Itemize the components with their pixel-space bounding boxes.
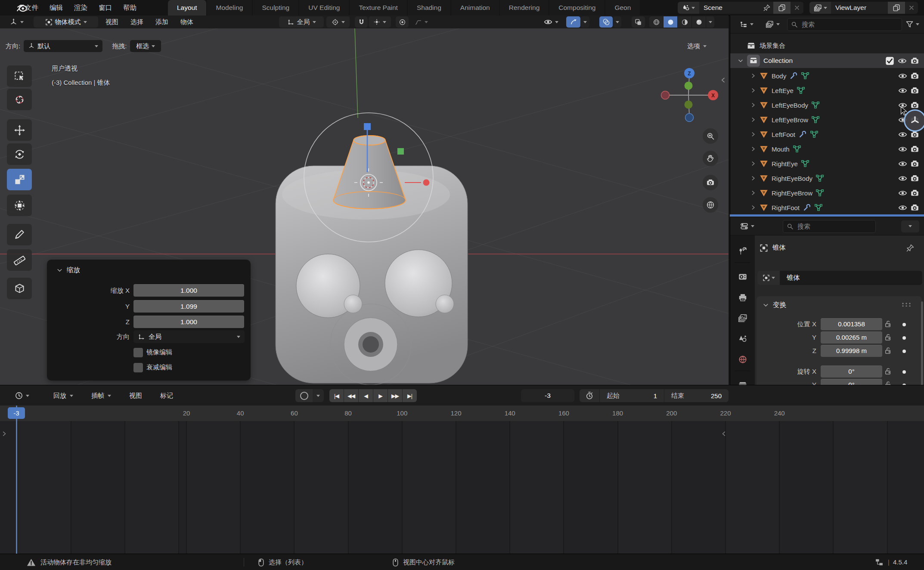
gizmo-z-handle[interactable] <box>364 123 371 130</box>
shading-solid-button[interactable] <box>664 16 677 28</box>
region-collapse-arrow-icon[interactable] <box>721 431 727 437</box>
viewport-menu-item[interactable]: 视图 <box>105 18 118 26</box>
chevron-right-icon[interactable] <box>750 161 756 167</box>
gizmo-dropdown[interactable] <box>581 16 589 28</box>
camera-render-icon[interactable] <box>910 145 919 154</box>
workspace-tab[interactable]: Sculpting <box>253 0 298 15</box>
scene-name[interactable]: Scene <box>699 2 760 14</box>
panel-header-scale[interactable]: 缩放 <box>56 266 80 275</box>
playhead-frame-badge[interactable]: -3 <box>8 407 25 419</box>
outliner-editor-type-button[interactable] <box>735 19 758 30</box>
viewlayer-browse-button[interactable] <box>809 2 831 14</box>
scale-value-field[interactable]: 1.099 <box>133 300 244 313</box>
frame-end-field[interactable]: 结束 250 <box>664 389 729 402</box>
viewport-menu-item[interactable]: 选择 <box>130 18 143 26</box>
show-overlays-toggle[interactable] <box>599 16 613 28</box>
outliner-object-row[interactable]: Body <box>730 68 924 83</box>
camera-render-icon[interactable] <box>910 71 919 81</box>
outliner-filter-button[interactable] <box>905 20 919 28</box>
object-name-field[interactable]: 锥体 <box>780 271 922 285</box>
timeline-editor-type-button[interactable] <box>7 389 37 402</box>
outliner-display-mode-button[interactable] <box>761 19 784 30</box>
shading-dropdown[interactable] <box>706 16 714 28</box>
topbar-menu-item[interactable]: 渲染 <box>74 3 87 12</box>
auto-keying-toggle[interactable] <box>295 389 313 402</box>
pin-scene-button[interactable] <box>760 2 773 14</box>
show-gizmo-toggle[interactable] <box>566 16 580 28</box>
workspace-tab[interactable]: Shading <box>408 0 450 15</box>
tool-rotate[interactable] <box>7 143 32 165</box>
playback-button[interactable]: ▶| <box>403 389 417 402</box>
camera-render-icon[interactable] <box>910 174 919 183</box>
timeline-menu-item[interactable]: 回放 <box>53 392 73 400</box>
topbar-menu-item[interactable]: 文件 <box>25 3 38 12</box>
lock-open-icon[interactable] <box>884 346 893 355</box>
viewlayer-name[interactable]: ViewLayer <box>831 2 888 14</box>
properties-options-dropdown[interactable] <box>901 220 919 232</box>
playback-button[interactable]: ▶ <box>373 389 388 402</box>
snap-target-dropdown[interactable] <box>369 16 391 28</box>
pin-icon[interactable] <box>906 244 915 252</box>
animate-dot[interactable] <box>902 350 906 353</box>
chevron-right-icon[interactable] <box>750 190 756 196</box>
character-left-pupil[interactable] <box>344 295 362 313</box>
panel-orientation-dropdown[interactable]: 全局 <box>133 330 245 343</box>
gizmo-y-handle[interactable] <box>397 148 404 155</box>
xray-toggle[interactable] <box>632 16 645 28</box>
editor-type-button[interactable] <box>5 16 28 28</box>
panel-drag-dots[interactable] <box>901 302 912 307</box>
chevron-right-icon[interactable] <box>750 73 756 79</box>
timeline-track-area[interactable] <box>0 421 924 554</box>
lock-open-icon[interactable] <box>884 333 893 342</box>
selected-cone[interactable] <box>333 136 406 209</box>
editor-splitter-handle[interactable] <box>730 214 924 217</box>
navigation-gizmo[interactable]: Z X <box>661 68 719 122</box>
playback-button[interactable]: ▶▶ <box>388 389 402 402</box>
animate-dot[interactable] <box>902 336 906 340</box>
transform-orientation-dropdown[interactable]: 全局 <box>279 16 324 28</box>
collection-row[interactable]: Collection <box>730 53 924 68</box>
outliner-object-row[interactable]: Mouth <box>730 142 924 156</box>
pivot-point-dropdown[interactable] <box>326 16 350 28</box>
properties-search[interactable] <box>783 220 876 233</box>
animate-dot[interactable] <box>902 323 906 326</box>
timeline-ruler[interactable]: 20406080100120140160180200220240 <box>0 406 924 421</box>
camera-render-icon[interactable] <box>910 189 919 198</box>
workspace-tab[interactable]: Compositing <box>549 0 605 15</box>
chevron-right-icon[interactable] <box>750 204 756 211</box>
rotation-value-field[interactable]: 0° <box>821 366 882 378</box>
tool-add-primitive[interactable] <box>7 278 32 299</box>
location-value-field[interactable]: 0.99998 m <box>821 345 882 357</box>
tab-view-layer[interactable] <box>730 310 755 327</box>
eye-icon[interactable] <box>898 174 907 183</box>
playback-button[interactable]: |◀ <box>329 389 344 402</box>
chevron-right-icon[interactable] <box>750 102 756 108</box>
outliner-object-row[interactable]: LeftEye <box>730 83 924 98</box>
tool-cursor-3d[interactable] <box>7 89 32 110</box>
chevron-right-icon[interactable] <box>750 146 756 152</box>
shading-material-button[interactable] <box>678 16 691 28</box>
workspace-tab[interactable]: UV Editing <box>299 0 349 15</box>
camera-render-icon[interactable] <box>910 203 919 212</box>
workspace-tab[interactable]: Texture Paint <box>350 0 406 15</box>
chevron-down-icon[interactable] <box>738 58 744 64</box>
tool-scale[interactable] <box>7 169 32 190</box>
outliner-object-row[interactable]: RightFoot <box>730 200 924 215</box>
use-preview-range-toggle[interactable] <box>580 389 600 402</box>
lock-open-icon[interactable] <box>884 367 893 376</box>
animate-dot[interactable] <box>902 370 906 374</box>
tab-world[interactable] <box>730 351 755 368</box>
camera-view-button[interactable] <box>703 175 718 190</box>
mode-dropdown[interactable]: 物体模式 <box>34 16 98 28</box>
workspace-tab[interactable]: Modeling <box>207 0 252 15</box>
location-value-field[interactable]: 0.00265 m <box>821 331 882 344</box>
camera-render-icon[interactable] <box>910 56 919 65</box>
object-id-dropdown[interactable] <box>757 271 780 285</box>
chevron-right-icon[interactable] <box>750 117 756 123</box>
outliner-object-row[interactable]: RightEye <box>730 156 924 171</box>
lock-open-icon[interactable] <box>884 319 893 328</box>
chevron-right-icon[interactable] <box>750 131 756 137</box>
camera-render-icon[interactable] <box>910 86 919 95</box>
outliner-object-row[interactable]: LeftFoot <box>730 127 924 142</box>
options-dropdown[interactable]: 选项 <box>687 40 707 53</box>
